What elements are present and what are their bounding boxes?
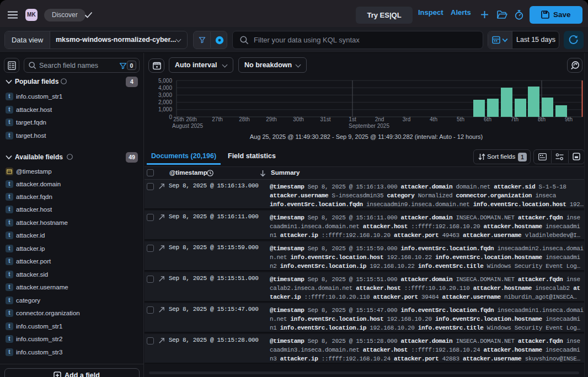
svg-text:5,000: 5,000 <box>158 78 172 84</box>
svg-text:7th: 7th <box>511 116 518 122</box>
svg-text:4,000: 4,000 <box>158 85 172 91</box>
svg-text:26th: 26th <box>186 116 196 122</box>
svg-text:1st: 1st <box>349 116 356 122</box>
svg-text:August 2025: August 2025 <box>172 123 204 129</box>
svg-text:8th: 8th <box>538 116 546 122</box>
svg-text:3rd: 3rd <box>403 116 410 122</box>
svg-text:1,000: 1,000 <box>158 106 172 112</box>
svg-text:6th: 6th <box>484 116 491 122</box>
svg-text:30th: 30th <box>293 116 303 122</box>
svg-text:2nd: 2nd <box>375 116 384 122</box>
svg-text:2,000: 2,000 <box>158 99 172 105</box>
svg-text:0: 0 <box>169 114 172 120</box>
svg-text:3,000: 3,000 <box>158 92 172 98</box>
svg-text:5th: 5th <box>457 116 464 122</box>
svg-text:29th: 29th <box>266 116 276 122</box>
svg-text:4th: 4th <box>430 116 437 122</box>
svg-text:9th: 9th <box>565 116 573 122</box>
svg-text:September 2025: September 2025 <box>349 123 389 129</box>
svg-text:28th: 28th <box>239 116 249 122</box>
svg-text:25th: 25th <box>173 116 184 122</box>
svg-text:31st: 31st <box>320 116 331 122</box>
svg-text:27th: 27th <box>212 116 222 122</box>
